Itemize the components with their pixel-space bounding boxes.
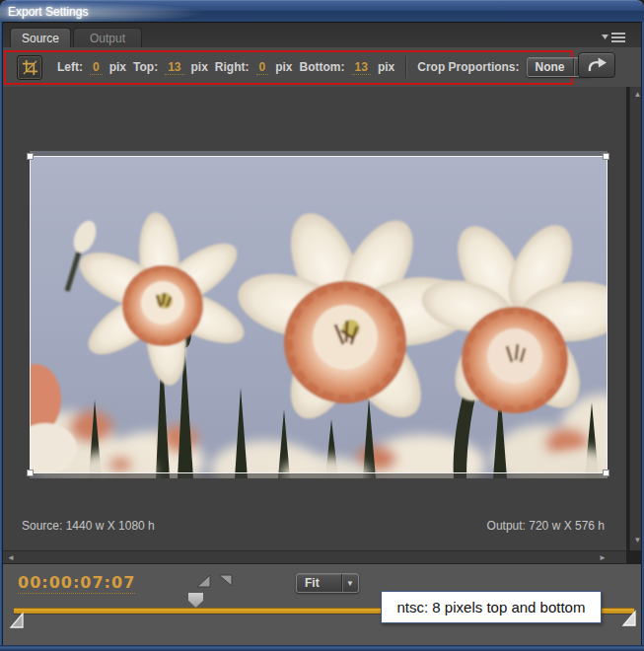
unit-label: pix xyxy=(275,60,292,74)
horizontal-scrollbar[interactable]: ◄ ► xyxy=(3,550,626,564)
source-dimensions-label: Source: 1440 w X 1080 h xyxy=(22,519,155,533)
crop-handle-top-left[interactable] xyxy=(27,153,34,160)
tab-output[interactable]: Output xyxy=(73,28,142,48)
crop-rectangle[interactable] xyxy=(30,156,608,473)
scroll-left-icon[interactable]: ◄ xyxy=(5,551,17,564)
crop-handle-bottom-left[interactable] xyxy=(27,470,34,476)
unit-label: pix xyxy=(191,60,208,74)
crop-right-label: Right: xyxy=(215,60,250,74)
crop-controls: Left: 0 pix Top: 13 pix Right: 0 pix Bot… xyxy=(17,54,607,80)
unit-label: pix xyxy=(378,60,394,74)
crop-right-value[interactable]: 0 xyxy=(256,60,269,75)
crop-handle-bottom-right[interactable] xyxy=(603,470,609,476)
export-settings-window: Export Settings Source Output L xyxy=(0,0,644,651)
crop-icon xyxy=(22,59,38,76)
zoom-level-value: Fit xyxy=(297,576,327,590)
crop-left-value[interactable]: 0 xyxy=(90,60,103,75)
unit-label: pix xyxy=(109,60,126,74)
curved-arrow-button[interactable] xyxy=(578,52,615,78)
zoom-level-dropdown[interactable]: Fit ▼ xyxy=(296,573,359,593)
crop-proportions-value: None xyxy=(528,60,573,74)
tab-source[interactable]: Source xyxy=(10,28,71,48)
chevron-down-icon: ▼ xyxy=(341,574,358,592)
annotation-tooltip: ntsc: 8 pixels top and bottom xyxy=(381,591,602,623)
crop-proportions-label: Crop Proportions: xyxy=(417,60,519,74)
cropped-bottom-strip xyxy=(30,473,608,478)
curved-arrow-icon xyxy=(586,57,608,73)
crop-bottom-label: Bottom: xyxy=(300,60,345,74)
crop-top-value[interactable]: 13 xyxy=(165,60,183,75)
window-title: Export Settings xyxy=(8,5,88,19)
playhead[interactable] xyxy=(188,593,203,608)
scroll-right-icon[interactable]: ► xyxy=(597,551,608,564)
output-dimensions-label: Output: 720 w X 576 h xyxy=(487,519,605,533)
panel-menu-icon[interactable] xyxy=(602,31,627,43)
out-point-marker[interactable] xyxy=(621,610,637,627)
tooltip-text: ntsc: 8 pixels top and bottom xyxy=(397,599,586,615)
current-timecode[interactable]: 00:00:07:07 xyxy=(18,573,135,594)
crop-bottom-value[interactable]: 13 xyxy=(352,60,371,75)
tab-bar: Source Output xyxy=(3,22,641,47)
window-border-left xyxy=(0,22,3,645)
toolbar-separator xyxy=(405,56,406,78)
window-titlebar[interactable]: Export Settings xyxy=(0,0,644,22)
set-out-point-button[interactable] xyxy=(218,574,233,588)
window-border-bottom xyxy=(0,645,644,651)
crop-left-label: Left: xyxy=(57,60,83,74)
crop-toolbar: Left: 0 pix Top: 13 pix Right: 0 pix Bot… xyxy=(3,47,641,87)
in-point-marker[interactable] xyxy=(9,612,25,629)
crop-button[interactable] xyxy=(17,55,42,80)
crop-top-label: Top: xyxy=(133,60,158,74)
source-preview-panel: Source: 1440 w X 1080 h Output: 720 w X … xyxy=(3,87,626,550)
crop-handle-top-right[interactable] xyxy=(603,153,609,160)
set-in-point-button[interactable] xyxy=(196,574,211,588)
source-video-frame[interactable] xyxy=(30,151,608,478)
